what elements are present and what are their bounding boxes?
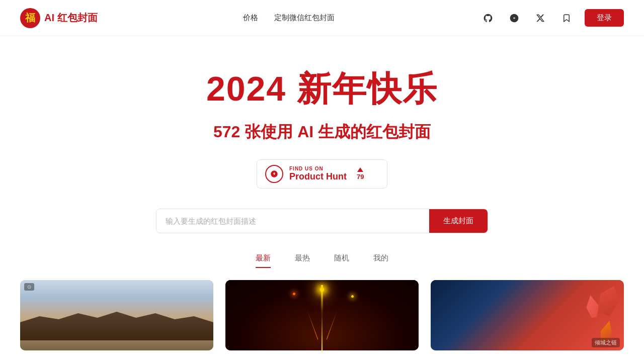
header-right: 登录 xyxy=(480,9,624,27)
search-bar: 生成封面 xyxy=(156,209,488,233)
ph-upvote-icon xyxy=(357,167,363,172)
gallery-item-1-badge: ⊙ xyxy=(24,283,34,291)
ph-find-us-label: FIND US ON xyxy=(289,166,347,171)
header: 福 AI 红包封面 价格 定制微信红包封面 登录 xyxy=(0,0,644,36)
hero-title: 2024 新年快乐 xyxy=(206,66,438,112)
nav-price[interactable]: 价格 xyxy=(243,13,258,23)
producthunt-nav-icon[interactable] xyxy=(506,10,522,26)
twitter-icon[interactable] xyxy=(532,10,548,26)
hero-subtitle: 572 张使用 AI 生成的红包封面 xyxy=(213,121,431,143)
tab-mine[interactable]: 我的 xyxy=(373,253,388,268)
image-gallery: ⊙ 倾城之链 xyxy=(0,280,644,350)
gallery-item-2[interactable] xyxy=(225,280,419,350)
gallery-item-3-label: 倾城之链 xyxy=(592,338,620,347)
search-input[interactable] xyxy=(156,209,429,233)
nav: 价格 定制微信红包封面 xyxy=(243,13,335,23)
gallery-item-3[interactable]: 倾城之链 xyxy=(431,280,624,350)
subtitle-suffix: 张使用 AI 生成的红包封面 xyxy=(240,123,431,141)
logo[interactable]: 福 AI 红包封面 xyxy=(20,8,98,28)
tab-random[interactable]: 随机 xyxy=(334,253,349,268)
gallery-item-1[interactable]: ⊙ xyxy=(20,280,213,350)
nav-custom[interactable]: 定制微信红包封面 xyxy=(274,13,335,23)
count-number: 572 xyxy=(213,123,240,141)
logo-icon: 福 xyxy=(20,8,40,28)
generate-button[interactable]: 生成封面 xyxy=(429,209,488,233)
ph-text: FIND US ON Product Hunt xyxy=(289,166,347,182)
bookmark-icon[interactable] xyxy=(558,10,575,26)
ph-votes: 79 xyxy=(357,167,364,180)
logo-text: AI 红包封面 xyxy=(44,11,98,25)
tab-hot[interactable]: 最热 xyxy=(295,253,310,268)
content-tabs: 最新 最热 随机 我的 xyxy=(256,253,388,268)
login-button[interactable]: 登录 xyxy=(585,9,624,27)
github-icon[interactable] xyxy=(480,10,496,26)
ph-vote-count: 79 xyxy=(357,173,364,180)
product-hunt-badge[interactable]: FIND US ON Product Hunt 79 xyxy=(257,159,387,189)
tab-latest[interactable]: 最新 xyxy=(256,253,271,268)
ph-icon xyxy=(265,165,283,183)
main-content: 2024 新年快乐 572 张使用 AI 生成的红包封面 FIND US ON … xyxy=(0,36,644,280)
ph-product-hunt-label: Product Hunt xyxy=(289,171,347,182)
